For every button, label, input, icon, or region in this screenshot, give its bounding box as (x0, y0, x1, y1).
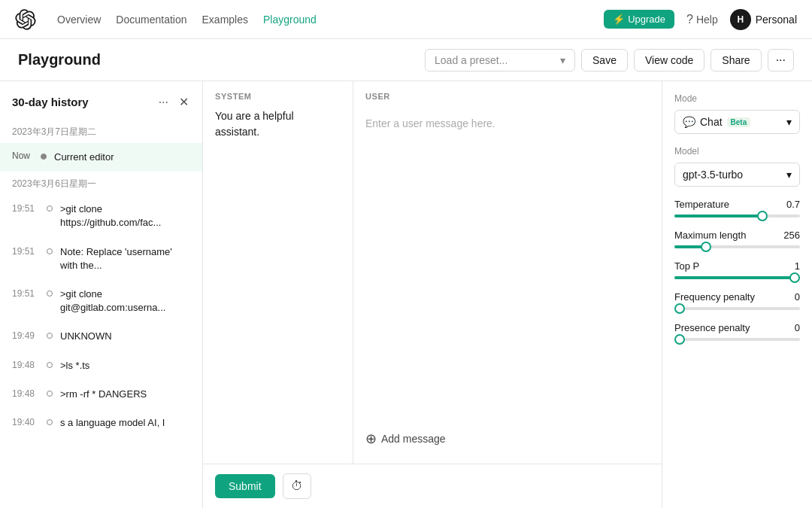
history-panel: 30-day history ··· ✕ 2023年3月7日星期二 Now Cu… (0, 81, 203, 508)
nav-right: ⚡ Upgrade ? Help H Personal (604, 9, 797, 30)
beta-badge: Beta (727, 117, 751, 127)
mode-label: Mode (674, 93, 800, 104)
chat-panels: SYSTEM You are a helpful assistant. USER… (203, 81, 662, 464)
add-message-label: Add message (381, 433, 446, 445)
freq-penalty-section: Frequency penalty 0 (674, 291, 800, 310)
history-item[interactable]: 19:51 >git clone git@gitlab.com:userna..… (0, 280, 202, 322)
chat-footer: Submit ⏱ (203, 464, 662, 508)
history-title: 30-day history (12, 96, 157, 108)
temperature-section: Temperature 0.7 (674, 199, 800, 217)
presence-penalty-section: Presence penalty 0 (674, 322, 800, 341)
history-dot (47, 291, 53, 297)
max-length-slider-thumb[interactable] (701, 242, 711, 252)
history-time: 19:48 (12, 360, 39, 370)
history-text: Note: Replace 'username' with the... (60, 245, 190, 272)
user-header: USER (365, 92, 650, 108)
history-item[interactable]: 19:51 >git clone https://github.com/fac.… (0, 195, 202, 237)
preset-placeholder: Load a preset... (435, 54, 508, 66)
history-time: 19:51 (12, 246, 39, 257)
page-header: Playground Load a preset... ▾ Save View … (0, 39, 812, 81)
history-time: 19:48 (12, 388, 39, 399)
history-close-button[interactable]: ✕ (177, 93, 190, 111)
view-code-button[interactable]: View code (634, 49, 704, 71)
save-button[interactable]: Save (581, 49, 628, 71)
share-button[interactable]: Share (710, 49, 761, 71)
history-item[interactable]: 19:48 >rm -rf * DANGERS (0, 380, 202, 409)
model-select[interactable]: gpt-3.5-turbo ▾ (674, 163, 800, 187)
history-text: >git clone https://github.com/fac... (60, 202, 190, 230)
history-item[interactable]: 19:40 s a language model AI, I (0, 409, 202, 437)
temperature-header: Temperature 0.7 (674, 199, 800, 210)
nav-links: Overview Documentation Examples Playgrou… (57, 14, 586, 26)
history-item[interactable]: 19:48 >ls *.ts (0, 351, 202, 380)
freq-penalty-label: Frequency penalty (674, 291, 755, 303)
presence-penalty-label: Presence penalty (674, 322, 750, 333)
max-length-slider-track[interactable] (674, 245, 800, 248)
history-time: 19:40 (12, 417, 39, 427)
user-panel: USER Enter a user message here. ⊕ Add me… (353, 81, 662, 464)
history-dot (41, 154, 47, 160)
history-restore-button[interactable]: ⏱ (283, 473, 311, 499)
date-yesterday: 2023年3月6日星期一 (0, 172, 202, 195)
model-value: gpt-3.5-turbo (683, 169, 743, 181)
temperature-slider-thumb[interactable] (757, 211, 768, 221)
history-dot (47, 248, 53, 254)
nav-examples[interactable]: Examples (202, 14, 248, 26)
personal-label: Personal (756, 14, 797, 26)
max-length-section: Maximum length 256 (674, 230, 800, 248)
history-item[interactable]: 19:51 Note: Replace 'username' with the.… (0, 238, 202, 280)
system-label: SYSTEM (215, 92, 341, 101)
nav-playground[interactable]: Playground (263, 14, 317, 26)
nav-documentation[interactable]: Documentation (116, 14, 186, 26)
personal-menu-button[interactable]: H Personal (730, 9, 797, 30)
top-p-slider-track[interactable] (674, 276, 800, 279)
nav-overview[interactable]: Overview (57, 14, 101, 26)
history-dot (47, 205, 53, 211)
system-text[interactable]: You are a helpful assistant. (215, 108, 341, 140)
presence-penalty-slider-thumb[interactable] (674, 334, 685, 345)
user-message-input[interactable]: Enter a user message here. (365, 116, 650, 418)
history-text: s a language model AI, I (60, 416, 165, 430)
chevron-down-icon: ▾ (786, 169, 792, 181)
chevron-down-icon: ▾ (786, 116, 792, 128)
top-p-slider-fill (674, 276, 800, 279)
history-dot (47, 391, 53, 397)
history-dot (47, 362, 53, 368)
help-circle-icon: ? (686, 13, 693, 26)
navbar: Overview Documentation Examples Playgrou… (0, 0, 812, 39)
upgrade-button[interactable]: ⚡ Upgrade (604, 10, 674, 29)
top-p-section: Top P 1 (674, 260, 800, 279)
max-length-label: Maximum length (674, 230, 746, 241)
mode-select[interactable]: 💬 Chat Beta ▾ (674, 110, 800, 134)
history-icons: ··· ✕ (157, 93, 190, 111)
top-p-value: 1 (795, 260, 800, 272)
current-editor-label: Current editor (54, 151, 114, 164)
presence-penalty-slider-track[interactable] (674, 338, 800, 341)
spark-icon: ⚡ (613, 14, 625, 25)
freq-penalty-slider-thumb[interactable] (674, 303, 685, 314)
current-time-label: Now (12, 151, 33, 161)
temperature-slider-track[interactable] (674, 214, 800, 217)
history-menu-button[interactable]: ··· (157, 94, 170, 111)
mode-left: 💬 Chat Beta (683, 116, 750, 128)
history-item[interactable]: 19:49 UNKNOWN (0, 322, 202, 351)
history-current-item[interactable]: Now Current editor (0, 143, 202, 172)
preset-select[interactable]: Load a preset... ▾ (425, 49, 575, 71)
freq-penalty-slider-track[interactable] (674, 307, 800, 310)
upgrade-label: Upgrade (628, 14, 665, 25)
history-dot (47, 333, 53, 339)
avatar: H (730, 9, 751, 30)
top-p-label: Top P (674, 260, 699, 272)
more-options-button[interactable]: ··· (768, 49, 794, 71)
help-button[interactable]: ? Help (686, 13, 718, 26)
temperature-label: Temperature (674, 199, 729, 210)
user-label: USER (365, 92, 390, 101)
max-length-header: Maximum length 256 (674, 230, 800, 241)
chevron-down-icon: ▾ (560, 54, 565, 66)
restore-icon: ⏱ (291, 479, 303, 492)
add-message-button[interactable]: ⊕ Add message (365, 424, 650, 453)
top-p-slider-thumb[interactable] (789, 272, 800, 283)
main-layout: 30-day history ··· ✕ 2023年3月7日星期二 Now Cu… (0, 81, 812, 508)
submit-button[interactable]: Submit (215, 474, 275, 498)
top-p-header: Top P 1 (674, 260, 800, 272)
